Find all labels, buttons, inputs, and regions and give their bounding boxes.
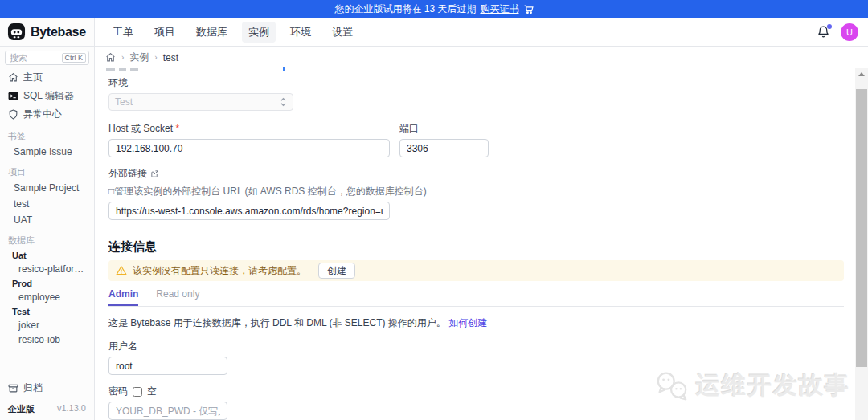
project-test[interactable]: test	[0, 196, 94, 212]
home-icon	[8, 72, 18, 83]
app-header: Bytebase 工单 项目 数据库 实例 环境 设置 U	[0, 18, 868, 47]
bookmark-sample-issue[interactable]: Sample Issue	[0, 144, 94, 160]
project-sample-project[interactable]: Sample Project	[0, 180, 94, 196]
external-link-description: □管理该实例的外部控制台 URL (如 AWS RDS 控制台，您的数据库控制台…	[108, 185, 868, 198]
required-mark: *	[175, 123, 179, 134]
buy-license-link[interactable]: 购买证书	[481, 2, 519, 16]
edition-row: 企业版 v1.13.0	[0, 398, 94, 420]
breadcrumb-current: test	[163, 52, 178, 63]
create-readonly-button[interactable]: 创建	[318, 263, 355, 279]
readonly-warning-banner: 该实例没有配置只读连接，请考虑配置。 创建	[108, 260, 844, 281]
host-label: Host 或 Socket *	[108, 122, 390, 136]
scrollbar-thumb[interactable]	[856, 89, 867, 367]
bytebase-logo[interactable]: Bytebase	[0, 18, 95, 46]
user-avatar[interactable]: U	[841, 23, 858, 41]
sidebar-item-home[interactable]: 主页	[0, 68, 94, 87]
host-input[interactable]	[108, 139, 390, 157]
warning-text: 该实例没有配置只读连接，请考虑配置。	[133, 264, 306, 278]
clipped-content-fragment	[130, 68, 138, 71]
username-input[interactable]	[108, 357, 227, 375]
sidebar-item-archive[interactable]: 归档	[0, 379, 94, 398]
admin-user-description: 这是 Bytebase 用于连接数据库，执行 DDL 和 DML (非 SELE…	[108, 316, 868, 330]
sidebar-item-anomaly-center[interactable]: 异常中心	[0, 105, 94, 124]
sidebar-item-label: 异常中心	[23, 108, 62, 121]
nav-item-projects[interactable]: 项目	[148, 22, 182, 43]
chevron-right-icon: ›	[121, 53, 124, 62]
external-link-label: 外部链接	[108, 167, 868, 181]
main-content: › 实例 › test 环境 Test Host 或 Socket *	[95, 47, 868, 420]
db-item-resico-iob[interactable]: resico-iob	[0, 332, 94, 347]
external-link-icon[interactable]	[150, 169, 159, 178]
shield-icon	[8, 109, 18, 120]
chevron-updown-icon	[280, 97, 287, 107]
password-empty-label: 空	[147, 385, 157, 398]
external-link-input[interactable]	[108, 202, 390, 220]
db-item-employee[interactable]: employee	[0, 290, 94, 304]
trial-banner-text: 您的企业版试用将在 13 天后过期	[334, 2, 476, 16]
environment-label: 环境	[108, 76, 868, 90]
notification-bell[interactable]	[817, 25, 831, 39]
archive-icon	[8, 383, 18, 393]
sidebar-item-sql-editor[interactable]: SQL 编辑器	[0, 87, 94, 105]
scroll-up-arrow-icon[interactable]	[858, 72, 865, 76]
bytebase-logo-icon	[7, 22, 26, 41]
how-to-create-link[interactable]: 如何创建	[448, 317, 487, 328]
db-env-prod: Prod	[0, 276, 94, 290]
warning-icon	[116, 265, 127, 276]
project-uat[interactable]: UAT	[0, 212, 94, 228]
db-env-test: Test	[0, 304, 94, 318]
section-divider	[108, 230, 844, 230]
sidebar-item-label: 归档	[23, 381, 43, 395]
sidebar-item-label: SQL 编辑器	[23, 89, 74, 103]
chevron-right-icon: ›	[154, 53, 157, 62]
clipped-content-fragment	[283, 67, 285, 71]
connection-tabs: Admin Read only	[108, 288, 844, 307]
environment-value: Test	[115, 96, 133, 108]
breadcrumb-home-icon[interactable]	[105, 52, 116, 63]
breadcrumb: › 实例 › test	[95, 47, 868, 68]
db-item-resico-platform[interactable]: resico-platform-new-...	[0, 262, 94, 276]
version-label: v1.13.0	[57, 403, 86, 415]
db-item-joker[interactable]: joker	[0, 318, 94, 332]
tab-read-only[interactable]: Read only	[156, 288, 199, 306]
username-label: 用户名	[108, 340, 868, 353]
breadcrumb-instances[interactable]: 实例	[129, 51, 149, 64]
sidebar-search[interactable]: Ctrl K	[5, 51, 89, 65]
nav-item-databases[interactable]: 数据库	[190, 22, 234, 43]
sidebar-item-label: 主页	[23, 71, 43, 84]
trial-banner: 您的企业版试用将在 13 天后过期 购买证书	[0, 0, 868, 18]
nav-item-environments[interactable]: 环境	[284, 22, 317, 43]
password-input[interactable]	[108, 402, 227, 420]
edition-label: 企业版	[8, 403, 35, 415]
tab-admin[interactable]: Admin	[108, 288, 138, 306]
connection-info-title: 连接信息	[108, 239, 868, 255]
port-input[interactable]	[399, 139, 489, 157]
sidebar: Ctrl K 主页 SQL 编辑器 异常中心 书签 Sample Issue 项…	[0, 47, 95, 420]
password-empty-checkbox[interactable]	[133, 387, 142, 397]
search-input[interactable]	[10, 53, 59, 63]
password-label: 密码	[108, 385, 128, 398]
port-label: 端口	[399, 122, 489, 136]
main-nav: 工单 项目 数据库 实例 环境 设置	[95, 18, 817, 46]
notification-dot	[827, 24, 832, 29]
nav-item-instances[interactable]: 实例	[242, 22, 276, 43]
search-shortcut-badge: Ctrl K	[62, 53, 87, 63]
clipped-content-fragment	[119, 68, 126, 71]
terminal-icon	[8, 91, 18, 101]
nav-item-settings[interactable]: 设置	[326, 22, 359, 43]
environment-select[interactable]: Test	[108, 93, 293, 111]
sidebar-footer: 归档 企业版 v1.13.0	[0, 379, 94, 420]
vertical-scrollbar[interactable]	[855, 68, 868, 420]
header-right: U	[817, 18, 868, 46]
nav-item-issues[interactable]: 工单	[106, 22, 140, 43]
section-title-databases: 数据库	[0, 228, 94, 248]
section-title-projects: 项目	[0, 160, 94, 180]
section-title-bookmarks: 书签	[0, 124, 94, 144]
logo-text: Bytebase	[31, 25, 86, 39]
clipped-content-fragment	[106, 68, 115, 71]
shopping-cart-icon	[523, 4, 534, 14]
db-env-uat: Uat	[0, 248, 94, 262]
